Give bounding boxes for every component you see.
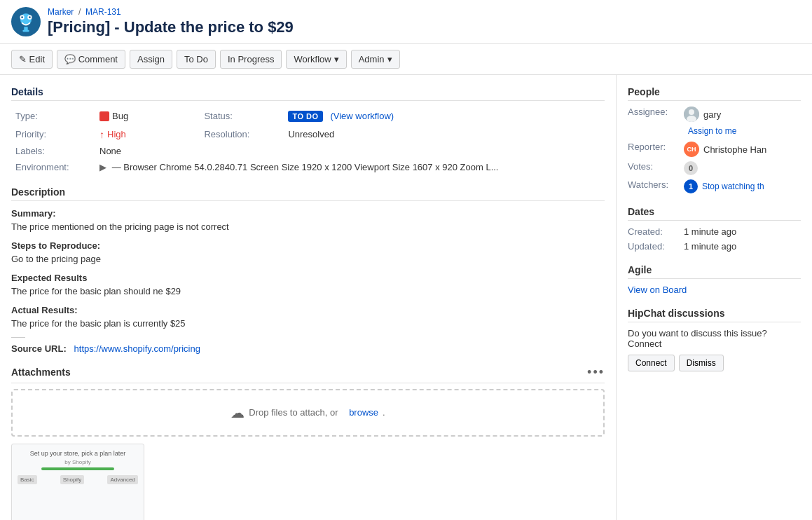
reporter-label: Reporter: bbox=[628, 142, 684, 152]
admin-button[interactable]: Admin bbox=[351, 50, 400, 69]
connect-button[interactable]: Connect bbox=[628, 355, 675, 371]
priority-arrow-icon: ↑ bbox=[99, 129, 104, 140]
page-title: [Pricing] - Update the price to $29 bbox=[48, 18, 294, 36]
priority-value: ↑ High bbox=[95, 126, 200, 143]
dismiss-button[interactable]: Dismiss bbox=[679, 355, 724, 371]
expected-block: Expected Results The price for the basic… bbox=[11, 273, 605, 296]
sidebar: People Assignee: gary Assign to me bbox=[616, 75, 812, 520]
thumb-stat-2: Shopify bbox=[60, 475, 85, 484]
environment-label: Environment: bbox=[11, 159, 95, 175]
created-row: Created: 1 minute ago bbox=[628, 226, 801, 237]
created-label: Created: bbox=[628, 226, 684, 237]
watch-badge: 1 bbox=[684, 179, 698, 193]
description-title: Description bbox=[11, 186, 605, 201]
thumb-title: Set up your store, pick a plan later bbox=[18, 450, 138, 457]
svg-point-3 bbox=[21, 16, 23, 18]
source-url-label: Source URL: bbox=[11, 343, 67, 354]
agile-title: Agile bbox=[628, 264, 801, 279]
details-section-title: Details bbox=[11, 86, 605, 101]
header-text: Marker / MAR-131 [Pricing] - Update the … bbox=[48, 7, 294, 36]
resolution-label: Resolution: bbox=[200, 126, 284, 143]
reporter-avatar: CH bbox=[684, 142, 699, 157]
attachment-thumbnail[interactable]: Set up your store, pick a plan later by … bbox=[11, 444, 144, 521]
thumb-bar bbox=[41, 467, 113, 470]
main-layout: Details Type: Bug Status: TO DO (View wo… bbox=[0, 75, 812, 520]
details-table: Type: Bug Status: TO DO (View workflow) … bbox=[11, 108, 605, 175]
assignee-value: gary bbox=[684, 107, 801, 122]
hipchat-text: Do you want to discuss this issue? Conne… bbox=[628, 328, 801, 349]
header: Marker / MAR-131 [Pricing] - Update the … bbox=[0, 0, 812, 44]
env-expand-icon[interactable]: ▶ bbox=[99, 162, 106, 172]
thumb-content: Set up your store, pick a plan later by … bbox=[18, 450, 138, 484]
thumb-stats: Basic Shopify Advanced bbox=[18, 475, 138, 484]
actual-label: Actual Results: bbox=[11, 305, 605, 315]
expected-text: The price for the basic plan should ne $… bbox=[11, 286, 605, 296]
reporter-row: Reporter: CH Christophe Han bbox=[628, 142, 801, 157]
assignee-name: gary bbox=[703, 109, 721, 120]
labels-label: Labels: bbox=[11, 143, 95, 159]
status-label: Status: bbox=[200, 108, 284, 126]
type-label: Type: bbox=[11, 108, 95, 126]
todo-button[interactable]: To Do bbox=[177, 50, 216, 69]
issue-id-link[interactable]: MAR-131 bbox=[85, 7, 121, 17]
reporter-value: CH Christophe Han bbox=[684, 142, 801, 157]
updated-row: Updated: 1 minute ago bbox=[628, 241, 801, 252]
source-url-link[interactable]: https://www.shopify.com/pricing bbox=[74, 343, 200, 354]
drop-zone[interactable]: ☁ Drop files to attach, or browse. bbox=[11, 389, 605, 437]
assignee-row: Assignee: gary bbox=[628, 107, 801, 122]
assign-button[interactable]: Assign bbox=[130, 50, 172, 69]
created-value: 1 minute ago bbox=[684, 226, 801, 237]
svg-point-9 bbox=[689, 109, 694, 115]
stop-watching-link[interactable]: Stop watching th bbox=[702, 182, 764, 191]
attachments-header: Attachments ••• bbox=[11, 365, 605, 383]
project-link[interactable]: Marker bbox=[48, 7, 74, 17]
summary-block: Summary: The price mentioned on the pric… bbox=[11, 208, 605, 232]
priority-high: ↑ High bbox=[99, 129, 126, 140]
people-title: People bbox=[628, 86, 801, 101]
in-progress-button[interactable]: In Progress bbox=[220, 50, 282, 69]
watchers-row: Watchers: 1 Stop watching th bbox=[628, 179, 801, 193]
summary-text: The price mentioned on the pricing page … bbox=[11, 221, 605, 232]
priority-text: High bbox=[107, 129, 126, 139]
source-url-block: Source URL: https://www.shopify.com/pric… bbox=[11, 343, 605, 354]
upload-cloud-icon: ☁ bbox=[230, 404, 245, 421]
attachments-section: Attachments ••• ☁ Drop files to attach, … bbox=[11, 365, 605, 521]
votes-badge: 0 bbox=[684, 161, 698, 175]
agile-section: Agile View on Board bbox=[628, 264, 801, 295]
browse-link[interactable]: browse bbox=[349, 407, 378, 418]
expected-label: Expected Results bbox=[11, 273, 605, 283]
thumb-stat-3: Advanced bbox=[107, 475, 138, 484]
drop-zone-label: Drop files to attach, or bbox=[249, 407, 338, 418]
main-content: Details Type: Bug Status: TO DO (View wo… bbox=[0, 75, 616, 520]
hipchat-section: HipChat discussions Do you want to discu… bbox=[628, 308, 801, 371]
hipchat-buttons: Connect Dismiss bbox=[628, 355, 801, 371]
status-value: TO DO (View workflow) bbox=[284, 108, 605, 126]
thumb-stat-1: Basic bbox=[18, 475, 37, 484]
table-row: Priority: ↑ High Resolution: Unresolved bbox=[11, 126, 605, 143]
summary-label: Summary: bbox=[11, 208, 605, 219]
table-row: Type: Bug Status: TO DO (View workflow) bbox=[11, 108, 605, 126]
attachments-title: Attachments bbox=[11, 367, 71, 378]
updated-label: Updated: bbox=[628, 241, 684, 252]
table-row: Labels: None bbox=[11, 143, 605, 159]
toolbar: ✎ Edit 💬 Comment Assign To Do In Progres… bbox=[0, 44, 812, 75]
updated-value: 1 minute ago bbox=[684, 241, 801, 252]
dates-title: Dates bbox=[628, 206, 801, 221]
svg-point-5 bbox=[29, 16, 31, 18]
steps-block: Steps to Reproduce: Go to the pricing pa… bbox=[11, 240, 605, 264]
workflow-button[interactable]: Workflow bbox=[286, 50, 346, 69]
view-on-board-link[interactable]: View on Board bbox=[628, 285, 687, 295]
type-text: Bug bbox=[112, 111, 128, 121]
view-workflow-link[interactable]: (View workflow) bbox=[330, 111, 394, 121]
assign-to-me-link[interactable]: Assign to me bbox=[688, 126, 801, 136]
votes-value: 0 bbox=[684, 161, 801, 175]
comment-button[interactable]: 💬 Comment bbox=[57, 50, 125, 69]
hipchat-title: HipChat discussions bbox=[628, 308, 801, 322]
labels-value: None bbox=[95, 143, 200, 159]
votes-label: Votes: bbox=[628, 161, 684, 172]
environment-value: ▶ — Browser Chrome 54.0.2840.71 Screen S… bbox=[95, 159, 605, 175]
reporter-name: Christophe Han bbox=[703, 144, 766, 155]
edit-button[interactable]: ✎ Edit bbox=[11, 50, 53, 69]
divider bbox=[11, 337, 25, 338]
attachments-menu-button[interactable]: ••• bbox=[587, 365, 605, 380]
